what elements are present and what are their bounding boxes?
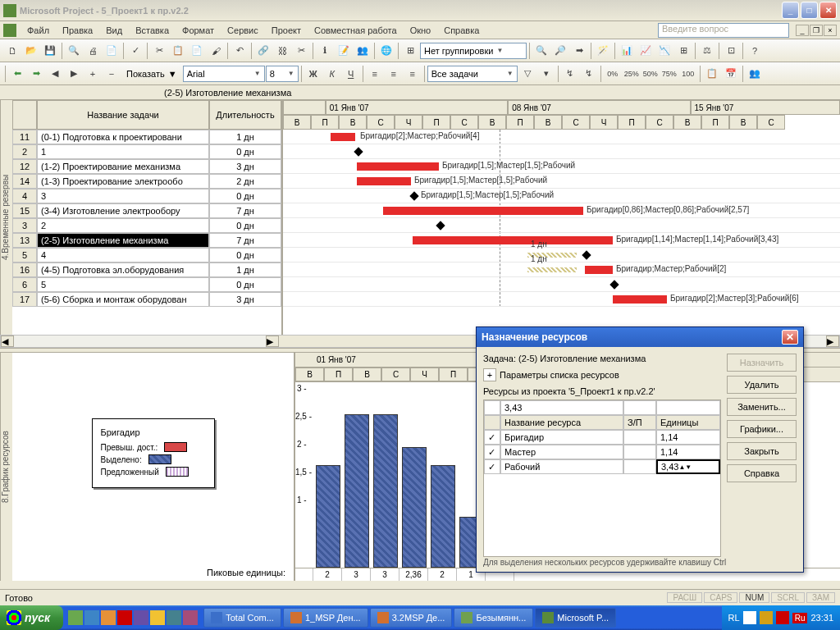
replace-button[interactable]: Заменить... xyxy=(727,398,797,416)
assign-button[interactable]: Назначить xyxy=(727,354,797,372)
pct25-icon[interactable]: 25% xyxy=(623,65,641,83)
resource-row[interactable]: ✓Бригадир1,14 xyxy=(484,430,720,445)
expand-button[interactable]: + xyxy=(483,368,496,381)
align-right-icon[interactable]: ≡ xyxy=(404,65,422,83)
task-row[interactable]: 430 дн xyxy=(12,189,281,203)
taskbar-task[interactable]: 1_MSP Ден... xyxy=(283,608,368,628)
font-combo[interactable]: Arial▼ xyxy=(183,66,265,82)
ql-icon-3[interactable] xyxy=(101,610,116,625)
menu-collab[interactable]: Совместная работа xyxy=(308,24,403,37)
spell-icon[interactable]: ✓ xyxy=(126,42,144,60)
task-row[interactable]: 12(1-2) Проектирование механизма3 дн xyxy=(12,159,281,174)
track2-icon[interactable]: ↯ xyxy=(580,65,598,83)
paste-icon[interactable]: 📄 xyxy=(188,42,206,60)
lang-indicator-1[interactable]: RL xyxy=(728,613,740,623)
pct75-icon[interactable]: 75% xyxy=(660,65,678,83)
copy-icon[interactable]: 📋 xyxy=(169,42,187,60)
print-icon[interactable]: 🖨 xyxy=(84,42,102,60)
fontsize-combo[interactable]: 8▼ xyxy=(266,66,299,82)
link-icon[interactable]: 🔗 xyxy=(254,42,272,60)
task-row[interactable]: 540 дн xyxy=(12,248,281,262)
reschedule-icon[interactable]: 📅 xyxy=(722,65,740,83)
balance-icon[interactable]: ⚖ xyxy=(698,42,716,60)
minimize-button[interactable]: _ xyxy=(782,2,799,19)
align-left-icon[interactable]: ≡ xyxy=(366,65,384,83)
th-zp[interactable]: З/П xyxy=(623,415,656,430)
maximize-button[interactable]: □ xyxy=(801,2,818,19)
task-row[interactable]: 14(1-3) Проектирование электрообо2 дн xyxy=(12,174,281,189)
chart2-icon[interactable]: 📈 xyxy=(637,42,655,60)
back-icon[interactable]: ⬅ xyxy=(8,65,26,83)
task-row[interactable]: 650 дн xyxy=(12,277,281,292)
show-outline-icon[interactable]: + xyxy=(84,65,102,83)
ql-icon-7[interactable] xyxy=(167,610,181,625)
dropdown-icon[interactable]: ▾ xyxy=(537,65,555,83)
bold-icon[interactable]: Ж xyxy=(304,65,322,83)
doc-minimize-button[interactable]: _ xyxy=(796,25,809,36)
ql-icon-1[interactable] xyxy=(68,610,83,625)
group-icon[interactable]: ⊞ xyxy=(401,42,419,60)
outdent-icon[interactable]: ◀ xyxy=(46,65,64,83)
more-views-icon[interactable]: ⊡ xyxy=(722,42,740,60)
fwd-icon[interactable]: ➡ xyxy=(27,65,45,83)
task-row[interactable]: 16(4-5) Подготовка эл.оборудования1 дн xyxy=(12,262,281,277)
pct0-icon[interactable]: 0% xyxy=(604,65,622,83)
italic-icon[interactable]: К xyxy=(323,65,341,83)
help-icon[interactable]: ? xyxy=(746,42,764,60)
task-row[interactable]: 320 дн xyxy=(12,218,281,233)
unlink-icon[interactable]: ⛓ xyxy=(273,42,291,60)
group-combo[interactable]: Нет группировки▼ xyxy=(420,43,527,59)
task-row[interactable]: 210 дн xyxy=(12,144,281,159)
undo-icon[interactable]: ↶ xyxy=(231,42,249,60)
views-icon[interactable]: ⊞ xyxy=(674,42,692,60)
taskbar-task[interactable]: Total Com... xyxy=(203,608,281,628)
ql-icon-2[interactable] xyxy=(84,610,99,625)
split-icon[interactable]: ✂ xyxy=(292,42,310,60)
zoom-in-icon[interactable]: 🔍 xyxy=(532,42,550,60)
autofilter-icon[interactable]: ▽ xyxy=(518,65,536,83)
th-units[interactable]: Единицы xyxy=(656,415,720,430)
new-icon[interactable]: 🗋 xyxy=(3,42,21,60)
lang-indicator-2[interactable]: Ru xyxy=(792,613,808,623)
menu-help[interactable]: Справка xyxy=(438,24,485,37)
task-row[interactable]: 11(0-1) Подготовка к проектировани1 дн xyxy=(12,130,281,144)
tray-icon-3[interactable] xyxy=(776,611,789,624)
tray-icon-2[interactable] xyxy=(760,611,773,624)
info-icon[interactable]: ℹ xyxy=(316,42,334,60)
track1-icon[interactable]: ↯ xyxy=(561,65,579,83)
dialog-close-btn[interactable]: Закрыть xyxy=(727,442,797,460)
collab-toolbar-icon[interactable]: 👥 xyxy=(746,65,764,83)
doc-close-button[interactable]: × xyxy=(824,25,837,36)
remove-button[interactable]: Удалить xyxy=(727,376,797,394)
th-resource-name[interactable]: Название ресурса xyxy=(500,415,623,430)
filter-combo[interactable]: Все задачи▼ xyxy=(427,66,518,82)
preview-icon[interactable]: 📄 xyxy=(103,42,121,60)
ql-icon-5[interactable] xyxy=(134,610,148,625)
graphs-button[interactable]: Графики... xyxy=(727,420,797,438)
th-duration[interactable]: Длительность xyxy=(209,100,281,130)
gantt-chart[interactable]: 01 Янв '07 08 Янв '07 15 Янв '07 ВПВСЧПС… xyxy=(283,100,840,335)
th-id[interactable] xyxy=(12,100,37,130)
task-row[interactable]: 13(2-5) Изготовление механизма7 дн xyxy=(12,233,281,248)
help-button[interactable]: Справка xyxy=(727,464,797,482)
side-tab-top[interactable]: 4.Временные резервы xyxy=(0,100,12,335)
note-icon[interactable]: 📝 xyxy=(335,42,353,60)
taskbar-task[interactable]: Безымянн... xyxy=(454,608,533,628)
menu-service[interactable]: Сервис xyxy=(221,24,264,37)
dialog-close-button[interactable]: ✕ xyxy=(782,330,798,345)
menu-view[interactable]: Вид xyxy=(100,24,128,37)
menu-project[interactable]: Проект xyxy=(266,24,307,37)
chart3-icon[interactable]: 📉 xyxy=(655,42,673,60)
menu-format[interactable]: Формат xyxy=(176,24,220,37)
th-name[interactable]: Название задачи xyxy=(37,100,209,130)
publish-icon[interactable]: 🌐 xyxy=(377,42,395,60)
format-painter-icon[interactable]: 🖌 xyxy=(207,42,225,60)
chart1-icon[interactable]: 📊 xyxy=(618,42,636,60)
start-button[interactable]: пуск xyxy=(0,605,63,630)
ql-icon-6[interactable] xyxy=(150,610,165,625)
wizard-icon[interactable]: 🪄 xyxy=(594,42,612,60)
resource-row[interactable]: ✓Мастер1,14 xyxy=(484,445,720,459)
save-icon[interactable]: 💾 xyxy=(41,42,59,60)
underline-icon[interactable]: Ч xyxy=(342,65,360,83)
goto-icon[interactable]: ➡ xyxy=(570,42,588,60)
